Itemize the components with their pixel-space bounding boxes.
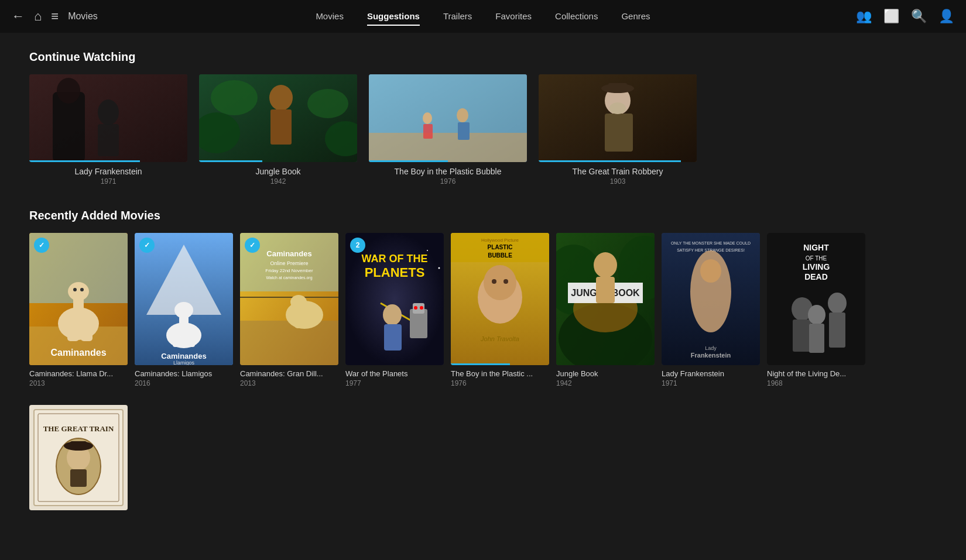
cw-item-train-robbery[interactable]: The Great Train Robbery 1903 [539,74,697,185]
cast-icon[interactable]: ⬜ [883,9,899,24]
ra-item-jungle-book[interactable]: JUNGLE BOOK Jungle Book 1942 [556,233,655,387]
cw-thumb-jungle-book [199,74,357,162]
ra-year-plastic-bubble: 1976 [451,379,549,387]
cw-thumb-plastic-bubble [369,74,527,162]
ra-item-caminandes-llama[interactable]: ✓ [29,233,128,387]
home-button[interactable]: ⌂ [34,9,42,24]
svg-rect-21 [423,124,433,139]
svg-rect-71 [384,324,402,351]
svg-point-75 [420,306,423,310]
nav-trailers[interactable]: Trailers [443,8,472,26]
ra-badge-check: ✓ [34,238,49,253]
cw-item-jungle-book[interactable]: Jungle Book 1942 [199,74,357,185]
ra-title-night-living-dead: Night of the Living De... [767,369,865,378]
svg-text:NIGHT: NIGHT [803,243,829,252]
svg-text:WAR OF THE: WAR OF THE [362,253,428,264]
search-icon[interactable]: 🔍 [911,9,927,24]
ra-item-caminandes-llamigos[interactable]: ✓ [135,233,233,387]
svg-text:John Travolta: John Travolta [480,335,519,342]
menu-button[interactable]: ≡ [51,9,59,24]
ra-badge-check-2: ✓ [139,238,155,253]
navigation: ← ⌂ ≡ Movies Movies Suggestions Trailers… [0,0,966,33]
svg-point-5 [57,78,80,104]
ra-year-gran-dill: 2013 [240,379,338,387]
ra-item-great-train[interactable]: THE GREAT TRAIN [29,405,128,510]
svg-point-66 [439,267,440,269]
svg-point-39 [80,288,84,291]
svg-point-57 [290,295,307,309]
back-button[interactable]: ← [12,9,25,24]
cw-year-jungle-book: 1942 [199,177,357,185]
svg-rect-27 [605,114,633,152]
app-title[interactable]: Movies [68,11,98,22]
svg-rect-19 [458,122,470,140]
svg-point-111 [808,305,825,325]
svg-point-82 [484,265,516,300]
ra-title-caminandes-llamigos: Caminandes: Llamigos [135,369,233,378]
svg-rect-110 [829,312,845,348]
profile-icon[interactable]: 👤 [938,9,954,24]
svg-point-84 [503,279,508,284]
svg-point-37 [68,282,89,301]
ra-title-gran-dill: Caminandes: Gran Dill... [240,369,338,378]
ra-poster-caminandes-llama: ✓ [29,233,128,365]
svg-text:Frankenstein: Frankenstein [691,352,731,359]
users-icon[interactable]: 👥 [856,9,872,24]
ra-item-lady-frankenstein[interactable]: ONLY THE MONSTER SHE MADE COULD SATISFY … [662,233,760,387]
cw-thumb-train-robbery [539,74,697,162]
ra-title-war-planets: War of the Planets [345,369,444,378]
recently-added-title: Recently Added Movies [29,209,937,222]
nav-genres[interactable]: Genres [621,8,650,26]
nav-collections[interactable]: Collections [555,8,598,26]
ra-item-gran-dill[interactable]: ✓ [240,233,338,387]
svg-rect-16 [369,133,527,162]
svg-rect-112 [809,324,824,353]
cw-title-jungle-book: Jungle Book [199,167,357,176]
svg-rect-53 [240,321,338,365]
ra-title-caminandes-llama: Caminandes: Llama Dr... [29,369,128,378]
cw-year-lady-frankenstein: 1971 [29,177,187,185]
svg-text:OF THE: OF THE [806,255,827,262]
nav-suggestions[interactable]: Suggestions [367,8,420,26]
ra-year-caminandes-llamigos: 2016 [135,379,233,387]
svg-point-70 [383,304,402,325]
svg-point-28 [609,102,626,114]
svg-point-11 [307,89,348,118]
nav-left: ← ⌂ ≡ Movies [12,9,129,24]
svg-point-93 [594,252,617,278]
svg-text:Caminandes: Caminandes [50,348,106,358]
svg-text:DEAD: DEAD [804,272,828,281]
cw-item-plastic-bubble[interactable]: The Boy in the Plastic Bubble 1976 [369,74,527,185]
svg-text:LIVING: LIVING [803,262,830,272]
svg-rect-121 [70,441,87,449]
svg-point-8 [269,85,293,111]
svg-point-74 [414,306,417,310]
svg-rect-17 [369,74,527,133]
ra-item-night-living-dead[interactable]: NIGHT OF THE LIVING DEAD Night of the Li… [767,233,865,387]
ra-year-jungle-book: 1942 [556,379,655,387]
svg-text:Watch at caminandes.org: Watch at caminandes.org [266,276,312,280]
ra-title-jungle-book: Jungle Book [556,369,655,378]
svg-rect-108 [793,319,811,352]
continue-watching-section: Continue Watching [29,50,937,185]
cw-item-lady-frankenstein[interactable]: Lady Frankenstein 1971 [29,74,187,185]
svg-text:Hollywood Picture: Hollywood Picture [481,238,519,243]
svg-text:PLASTIC: PLASTIC [488,244,513,250]
continue-watching-title: Continue Watching [29,50,937,64]
svg-text:Llamigos: Llamigos [173,360,195,365]
continue-watching-row: Lady Frankenstein 1971 [29,74,937,185]
svg-rect-94 [596,277,615,303]
ra-poster-lady-frankenstein: ONLY THE MONSTER SHE MADE COULD SATISFY … [662,233,760,365]
nav-movies[interactable]: Movies [316,8,344,26]
svg-text:Friday 22nd November: Friday 22nd November [265,268,313,273]
svg-point-10 [211,80,258,115]
ra-poster-caminandes-llamigos: ✓ [135,233,233,365]
svg-text:Online Premiere: Online Premiere [270,260,308,266]
nav-favorites[interactable]: Favorites [495,8,532,26]
ra-poster-night-living-dead: NIGHT OF THE LIVING DEAD [767,233,865,365]
ra-poster-gran-dill: ✓ [240,233,338,365]
ra-item-war-planets[interactable]: 2 [345,233,444,387]
ra-item-plastic-bubble[interactable]: Hollywood Picture PLASTIC BUBBLE John Tr… [451,233,549,387]
ra-badge-num: 2 [350,238,365,253]
svg-text:Caminandes: Caminandes [266,249,311,258]
